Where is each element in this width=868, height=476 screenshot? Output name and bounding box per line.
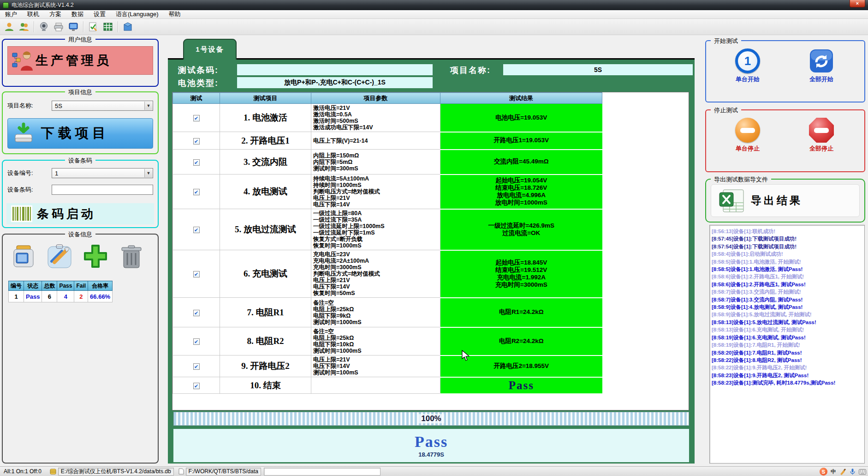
device-row[interactable]: 1 Pass 6 4 2 66.66% [9, 291, 113, 302]
test-result-cell: 开路电压2=18.955V [440, 355, 602, 377]
menu-connect[interactable]: 联机 [22, 10, 44, 19]
test-row: ✔2. 开路电压1电压上下限(V)=21-14开路电压1=19.053V [173, 132, 602, 150]
row-checkbox[interactable]: ✔ [193, 310, 200, 316]
battery-type-label: 电池类型: [178, 78, 219, 89]
single-start-icon[interactable]: 1 [735, 48, 760, 73]
monitor-icon[interactable] [67, 20, 80, 33]
chevron-down-icon[interactable]: ▼ [144, 102, 152, 110]
users-icon[interactable] [18, 20, 30, 33]
log-area[interactable]: [8:56:13]设备[1]:联机成功![8:57:45]设备[1]:下载测试项… [709, 225, 865, 464]
test-enable-cell: ✔ [173, 327, 220, 355]
single-start-button[interactable]: 1 单台开始 [720, 48, 775, 84]
log-line: [8:58:22]设备[1]:8.电阻R2, 测试Pass! [712, 356, 862, 364]
progress-bar: 100% [173, 412, 689, 426]
row-checkbox[interactable]: ✔ [193, 363, 200, 370]
row-checkbox[interactable]: ✔ [193, 115, 200, 121]
repair-tools-icon[interactable] [45, 242, 74, 271]
all-start-icon[interactable] [809, 48, 834, 73]
device-config-icon[interactable] [9, 242, 38, 271]
all-stop-icon[interactable] [809, 118, 834, 143]
menu-scheme[interactable]: 方案 [44, 10, 66, 19]
menu-data[interactable]: 数据 [66, 10, 89, 19]
test-enable-cell: ✔ [173, 209, 220, 250]
test-item-params: 电压上限=21V电压下限=14V测试时间=100mS [311, 355, 440, 377]
single-stop-icon[interactable] [735, 118, 760, 143]
test-result-cell: Pass [440, 377, 602, 394]
verdict-panel: Pass 18.4779S [173, 429, 689, 462]
toolbar [0, 19, 868, 35]
test-item-params: 备注=空电阻上限=25kΩ电阻下限=9kΩ测试时间=1000mS [311, 298, 440, 327]
row-checkbox[interactable]: ✔ [193, 271, 200, 277]
download-project-label: 下载项目 [41, 124, 109, 143]
chevron-down-icon[interactable]: ▼ [144, 169, 152, 177]
menu-account[interactable]: 账户 [0, 10, 22, 19]
device-col-total: 总数 [42, 281, 57, 291]
keyboard-icon[interactable] [858, 468, 866, 476]
menu-help[interactable]: 帮助 [164, 10, 186, 19]
device-barcode-group-label: 设备条码 [65, 157, 95, 165]
project-info-group-label: 项目信息 [65, 88, 95, 96]
project-name-select[interactable]: 5S ▼ [52, 101, 153, 111]
device-no-select[interactable]: 1 ▼ [52, 168, 153, 178]
printer-icon[interactable] [52, 20, 65, 33]
test-row: ✔9. 开路电压2电压上限=21V电压下限=14V测试时间=100mS开路电压2… [173, 355, 602, 377]
test-enable-cell: ✔ [173, 175, 220, 209]
grid-table-icon[interactable] [101, 20, 114, 33]
test-item-name: 1. 电池激活 [220, 104, 311, 132]
all-start-button[interactable]: 全部开始 [794, 48, 849, 84]
log-line: [8:58:6]设备[1]:2.开路电压1, 测试Pass! [712, 281, 862, 288]
single-stop-label: 单台停止 [736, 145, 760, 153]
row-checkbox[interactable]: ✔ [193, 189, 200, 195]
test-table-body: ✔1. 电池激活激活电压=21V激活电流=0.5A激活时间=500mS激活成功电… [173, 104, 602, 394]
current-user-role: 生产管理员 [36, 52, 112, 69]
database-icon [50, 468, 56, 475]
all-stop-button[interactable]: 全部停止 [794, 118, 849, 153]
row-checkbox[interactable]: ✔ [193, 383, 200, 389]
log-line: [8:58:5]设备[1]:1.电池激活, 开始测试! [712, 258, 862, 265]
project-info-group: 项目信息 项目名称: 5S ▼ 下载项目 [2, 91, 159, 154]
menu-language[interactable]: 语言(Language) [111, 10, 164, 19]
mic-icon[interactable] [849, 468, 856, 476]
zh-mode-icon[interactable]: 中 [829, 468, 837, 476]
device-col-pass: Pass [57, 281, 74, 291]
add-device-icon[interactable] [81, 242, 110, 271]
test-enable-cell: ✔ [173, 355, 220, 377]
test-barcode-input[interactable] [237, 64, 433, 75]
menu-settings[interactable]: 设置 [89, 10, 111, 19]
single-stop-button[interactable]: 单台停止 [720, 118, 775, 153]
title-bar: 电池综合测试系统-V1.4.2 [0, 0, 868, 10]
log-line: [8:57:45]设备[1]:下载测试项目成功! [712, 235, 862, 242]
toolbar-separator [83, 21, 83, 32]
verdict-status: Pass [415, 433, 448, 450]
test-enable-cell: ✔ [173, 298, 220, 327]
row-checkbox[interactable]: ✔ [193, 138, 200, 145]
export-result-button[interactable]: 导出结果 [711, 184, 860, 217]
sogou-s-icon[interactable]: S [820, 468, 827, 476]
tab-device-1[interactable]: 1号设备 [183, 39, 237, 60]
single-start-label: 单台开始 [736, 75, 760, 84]
row-checkbox[interactable]: ✔ [193, 159, 200, 166]
delete-device-icon[interactable] [117, 242, 146, 271]
edit-check-icon[interactable] [87, 20, 100, 33]
package-icon[interactable] [121, 20, 134, 33]
all-stop-label: 全部停止 [809, 145, 833, 153]
status-input[interactable] [264, 468, 380, 476]
log-line: [8:58:23]设备[1]:测试完毕, 耗时18.4779s,测试Pass! [712, 379, 862, 386]
test-item-params: 备注=空电阻上限=25kΩ电阻下限=10kΩ测试时间=1000mS [311, 327, 440, 355]
stop-test-group: 停止测试 单台停止 全部停止 [705, 109, 865, 172]
export-group-label: 导出测试数据导文件 [711, 175, 771, 184]
close-button[interactable]: × [850, 0, 865, 7]
webcam-icon[interactable] [37, 20, 50, 33]
row-checkbox[interactable]: ✔ [193, 227, 200, 233]
test-enable-cell: ✔ [173, 150, 220, 175]
device-barcode-input[interactable] [52, 185, 153, 195]
account-icon[interactable] [3, 20, 16, 33]
barcode-start-button[interactable]: 条码启动 [6, 203, 154, 224]
app-window: { "window": { "title": "电池综合测试系统-V1.4.2"… [0, 0, 868, 476]
device-id: 1 [9, 291, 24, 302]
db-path-box: E:/综合测试仪上位机/BTS-V1.4.2/data/bts.db [58, 468, 174, 476]
row-checkbox[interactable]: ✔ [193, 338, 200, 345]
download-project-button[interactable]: 下载项目 [7, 118, 153, 149]
log-line: [8:58:20]设备[1]:7.电阻R1, 测试Pass! [712, 349, 862, 356]
brush-icon[interactable] [839, 468, 847, 476]
